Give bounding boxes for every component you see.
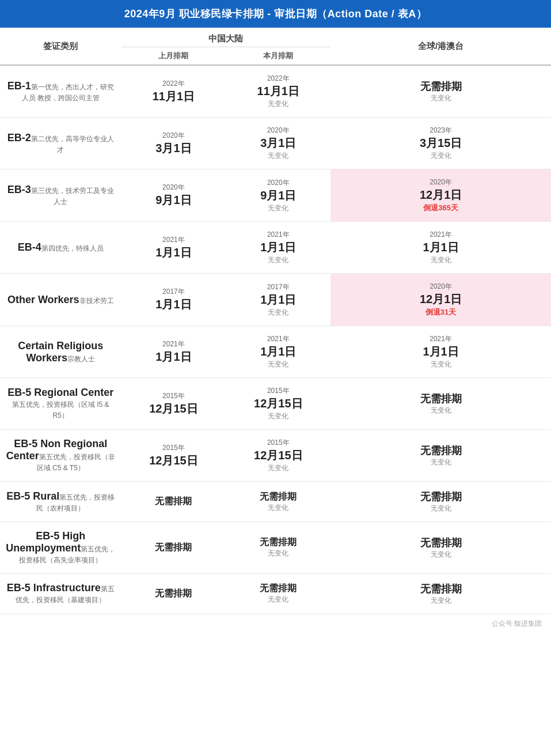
global-date: 无需排期 [336,444,545,458]
this-month-year: 2020年 [231,178,325,188]
this-month-date: 11月1日 [231,84,325,99]
last-month-year: 2015年 [127,443,221,453]
global-date: 无需排期 [336,392,545,406]
global-cell: 无需排期无变化 [330,430,551,482]
visa-name: EB-3 [7,184,31,195]
global-cell: 2020年12月1日倒退31天 [330,274,551,326]
global-sub: 无变化 [336,360,545,369]
visa-name: EB-5 Infrastructure [7,582,101,594]
last-month-date: 12月15日 [127,453,221,468]
this-month-date: 1月1日 [231,344,325,360]
visa-name: EB-5 Regional Center [7,387,113,398]
last-month-year: 2015年 [127,391,221,401]
footer-watermark: 公众号 馥进集团 [0,614,551,633]
visa-category-cell: EB-5 Infrastructure第五优先，投资移民（基建项目） [0,573,121,614]
global-col-header: 全球/港澳台 [330,28,551,65]
table-row: EB-5 Regional Center第五优先，投资移民（区域 I5 & R5… [0,378,551,430]
last-month-year: 2021年 [127,235,221,245]
global-retrogress: 倒退365天 [336,203,545,213]
global-date: 12月1日 [336,292,545,307]
last-month-date: 1月1日 [127,297,221,312]
visa-desc: 第五优先，投资移民（非区域 C5 & T5） [37,453,115,472]
last-month-date: 1月1日 [127,349,221,365]
table-row: EB-5 Infrastructure第五优先，投资移民（基建项目）无需排期无需… [0,573,551,614]
visa-desc: 第二优先，高等学位专业人才 [31,135,114,154]
global-sub: 无变化 [336,550,545,560]
global-year: 2023年 [336,126,545,135]
table-row: Other Workers非技术劳工2017年1月1日2017年1月1日无变化2… [0,274,551,326]
global-year: 2021年 [336,334,545,344]
table-row: EB-5 Rural第五优先，投资移民（农村项目）无需排期无需排期无变化无需排期… [0,482,551,522]
this-month-date: 无需排期 [231,583,325,595]
last-month-cell: 2021年1月1日 [121,222,226,274]
last-month-cell: 无需排期 [121,573,226,614]
visa-desc: 第一优先，杰出人才，研究人员 教授，跨国公司主管 [22,83,114,102]
visa-name: Other Workers [7,294,79,305]
last-month-date: 11月1日 [127,89,221,104]
visa-name: EB-5 Rural [6,490,59,502]
this-month-sub: 无变化 [231,595,325,604]
this-month-date: 12月15日 [231,448,325,463]
visa-name: EB-5 High Unemployment [6,530,85,554]
this-month-cell: 2022年11月1日无变化 [226,65,330,118]
visa-col-header: 签证类别 [0,28,121,65]
this-month-sub: 无变化 [231,549,325,558]
global-cell: 无需排期无变化 [330,378,551,430]
last-month-cell: 2021年1月1日 [121,326,226,378]
this-month-sub: 无变化 [231,308,325,317]
this-month-cell: 无需排期无变化 [226,573,330,614]
visa-category-cell: EB-5 Regional Center第五优先，投资移民（区域 I5 & R5… [0,378,121,430]
this-month-year: 2021年 [231,230,325,240]
visa-desc: 非技术劳工 [79,297,114,305]
this-month-cell: 2020年9月1日无变化 [226,169,330,222]
visa-desc: 宗教人士 [67,355,95,363]
last-month-cell: 无需排期 [121,522,226,574]
this-month-cell: 2017年1月1日无变化 [226,274,330,326]
visa-desc: 第五优先，投资移民（区域 I5 & R5） [12,400,109,419]
this-month-sub: 无变化 [231,99,325,109]
last-month-header: 上月排期 [121,47,226,66]
global-cell: 2021年1月1日无变化 [330,326,551,378]
last-month-date: 9月1日 [127,192,221,208]
global-sub: 无变化 [336,151,545,161]
last-month-cell: 2017年1月1日 [121,274,226,326]
this-month-cell: 2021年1月1日无变化 [226,222,330,274]
china-group-header: 中国大陆 [121,28,331,47]
global-cell: 无需排期无变化 [330,482,551,522]
last-month-cell: 无需排期 [121,482,226,522]
global-cell: 无需排期无变化 [330,522,551,574]
global-sub: 无变化 [336,596,545,606]
global-date: 3月15日 [336,135,545,151]
table-row: EB-4第四优先，特殊人员2021年1月1日2021年1月1日无变化2021年1… [0,222,551,274]
table-row: EB-3第三优先，技术劳工及专业人士2020年9月1日2020年9月1日无变化2… [0,169,551,222]
visa-category-cell: Other Workers非技术劳工 [0,274,121,326]
header-row: 签证类别 中国大陆 全球/港澳台 [0,28,551,47]
global-sub: 无变化 [336,93,545,103]
global-retrogress: 倒退31天 [336,307,545,317]
table-row: EB-2第二优先，高等学位专业人才2020年3月1日2020年3月1日无变化20… [0,118,551,169]
this-month-header: 本月排期 [226,47,330,66]
last-month-year: 2022年 [127,79,221,89]
last-month-date: 3月1日 [127,141,221,156]
visa-category-cell: EB-2第二优先，高等学位专业人才 [0,118,121,169]
this-month-cell: 无需排期无变化 [226,482,330,522]
global-sub: 无变化 [336,504,545,513]
table-row: EB-1第一优先，杰出人才，研究人员 教授，跨国公司主管2022年11月1日20… [0,65,551,118]
last-month-date: 无需排期 [127,542,221,554]
global-cell: 无需排期无变化 [330,65,551,118]
this-month-cell: 无需排期无变化 [226,522,330,574]
visa-desc: 第四优先，特殊人员 [41,244,104,252]
this-month-year: 2017年 [231,282,325,292]
this-month-date: 1月1日 [231,240,325,255]
this-month-cell: 2021年1月1日无变化 [226,326,330,378]
visa-category-cell: EB-3第三优先，技术劳工及专业人士 [0,169,121,222]
this-month-year: 2021年 [231,334,325,344]
this-month-year: 2022年 [231,74,325,84]
last-month-year: 2020年 [127,183,221,192]
table-row: Certain Religious Workers宗教人士2021年1月1日20… [0,326,551,378]
last-month-date: 12月15日 [127,401,221,417]
global-cell: 2023年3月15日无变化 [330,118,551,169]
global-date: 1月1日 [336,344,545,360]
visa-name: EB-1 [7,80,31,92]
visa-category-cell: EB-4第四优先，特殊人员 [0,222,121,274]
